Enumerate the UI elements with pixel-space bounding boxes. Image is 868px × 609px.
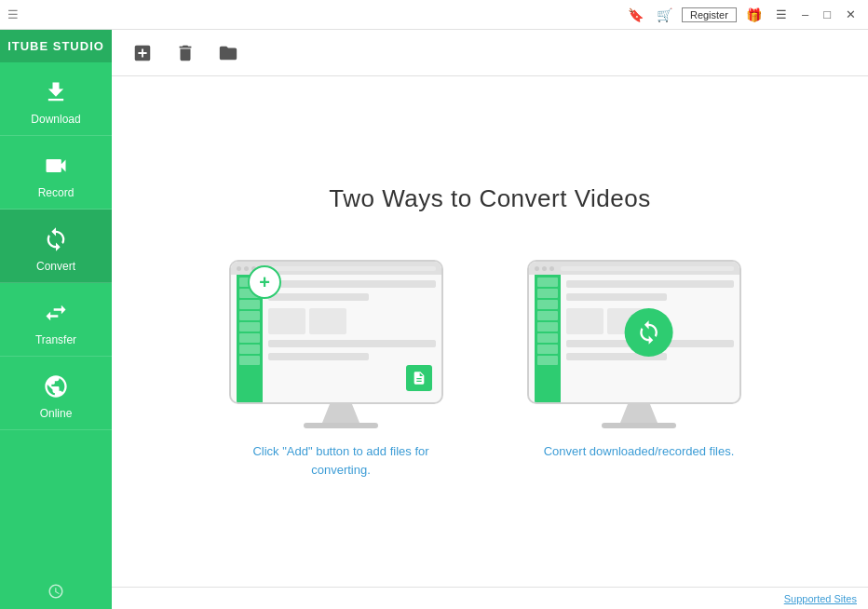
toolbar: [112, 30, 868, 76]
title-bar: ☰ 🔖 🛒 Register 🎁 ☰ – □ ✕: [0, 0, 868, 30]
close-button[interactable]: ✕: [841, 6, 861, 23]
monitor-stand-2: [620, 404, 658, 423]
monitor-body-2: [527, 260, 741, 404]
title-bar-icons: ☰: [7, 7, 19, 21]
film-strip-2: [535, 275, 561, 402]
add-button[interactable]: [127, 37, 158, 69]
way2-item: Convert downloaded/recorded files.: [527, 260, 751, 461]
monitor-screen-2: [529, 262, 739, 402]
maximize-button[interactable]: □: [819, 6, 835, 23]
page-title: Two Ways to Convert Videos: [329, 184, 650, 213]
sidebar-transfer-label: Transfer: [35, 333, 76, 346]
main-layout: ITUBE STUDIO Download Record Convert Tra…: [0, 30, 868, 609]
content-area: Two Ways to Convert Videos +: [112, 30, 868, 609]
convert-nav-icon: [39, 223, 73, 256]
dot4: [535, 266, 539, 271]
download-icon: [39, 75, 73, 109]
bookmark-icon[interactable]: 🔖: [624, 6, 647, 24]
sidebar: ITUBE STUDIO Download Record Convert Tra…: [0, 30, 112, 609]
way1-monitor: +: [229, 260, 453, 427]
hamburger-icon[interactable]: ☰: [771, 6, 792, 23]
content-main: Two Ways to Convert Videos +: [112, 76, 868, 587]
dot2: [244, 266, 249, 271]
app-logo: ITUBE STUDIO: [0, 30, 112, 62]
sidebar-item-convert[interactable]: Convert: [0, 210, 112, 283]
way2-monitor: [527, 260, 751, 427]
add-overlay-icon: +: [248, 265, 281, 299]
plus-icon: +: [259, 273, 270, 291]
register-button[interactable]: Register: [682, 7, 737, 22]
monitor-bar-2: [529, 262, 739, 275]
way1-item: +: [229, 260, 453, 479]
delete-button[interactable]: [170, 37, 201, 69]
status-bar: Supported Sites: [112, 587, 868, 609]
way1-description: Click "Add" button to add files for conv…: [229, 442, 453, 479]
ways-container: +: [229, 260, 751, 479]
monitor-stand-1: [322, 404, 359, 423]
menu-icon: ☰: [7, 7, 19, 21]
folder-button[interactable]: [212, 37, 244, 69]
title-bar-right: 🔖 🛒 Register 🎁 ☰ – □ ✕: [624, 6, 861, 24]
sidebar-item-record[interactable]: Record: [0, 136, 112, 210]
monitor-base-1: [304, 423, 378, 428]
sidebar-item-online[interactable]: Online: [0, 357, 112, 430]
sidebar-convert-label: Convert: [36, 260, 75, 273]
record-icon: [39, 149, 73, 183]
way2-description: Convert downloaded/recorded files.: [544, 442, 735, 461]
minimize-button[interactable]: –: [797, 6, 813, 23]
cart-icon[interactable]: 🛒: [653, 6, 676, 24]
drag-file-icon: [406, 365, 432, 391]
gift-icon[interactable]: 🎁: [742, 6, 766, 24]
supported-sites-link[interactable]: Supported Sites: [784, 593, 857, 604]
transfer-icon: [39, 296, 73, 330]
sidebar-item-download[interactable]: Download: [0, 62, 112, 136]
sidebar-record-label: Record: [38, 186, 75, 199]
online-icon: [39, 370, 73, 403]
monitor-base-2: [602, 423, 676, 428]
sidebar-footer: [47, 574, 64, 609]
dot6: [549, 266, 554, 271]
sidebar-online-label: Online: [40, 407, 73, 420]
title-bar-left: ☰: [7, 7, 19, 21]
convert-circle-icon: [625, 308, 673, 357]
sidebar-download-label: Download: [31, 113, 80, 126]
sidebar-item-transfer[interactable]: Transfer: [0, 283, 112, 357]
dot5: [542, 266, 547, 271]
dot1: [237, 266, 241, 271]
